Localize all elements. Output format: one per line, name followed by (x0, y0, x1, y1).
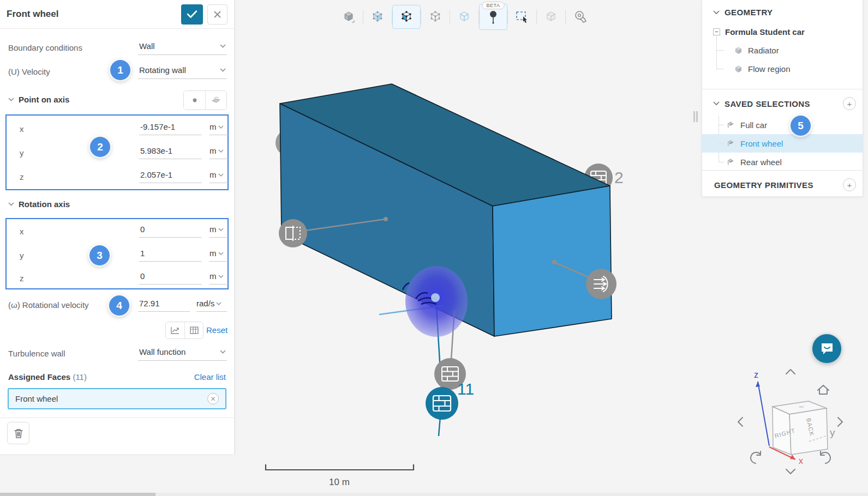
vertex-select-button[interactable] (450, 5, 478, 29)
rotaxis-x-unit[interactable]: m (209, 225, 228, 238)
cube-icon (734, 46, 743, 55)
faces-icon (726, 139, 735, 148)
edge-select-icon (428, 10, 442, 24)
probe-pin-icon (487, 10, 499, 24)
trash-icon (14, 428, 23, 438)
close-button[interactable] (207, 4, 228, 25)
rotaxis-z-unit[interactable]: m (209, 271, 228, 285)
solid-view-button[interactable] (334, 5, 363, 29)
rotaxis-y-input[interactable]: 1 (139, 249, 202, 262)
point-z-unit[interactable]: m (209, 170, 228, 183)
nav-right-chevron[interactable] (838, 418, 842, 426)
boundary-conditions-select[interactable]: Wall (138, 41, 227, 55)
point-y-unit[interactable]: m (209, 146, 228, 159)
probe-point-button[interactable]: BETA (479, 4, 507, 30)
rotaxis-z-input[interactable]: 0 (139, 271, 202, 285)
geometry-header[interactable]: GEOMETRY (702, 0, 863, 22)
marquee-select-icon (515, 10, 529, 24)
add-saved-selection-button[interactable]: + (843, 97, 856, 110)
box-select-button[interactable] (508, 5, 536, 29)
mesh-clip-button[interactable] (537, 5, 565, 29)
beta-badge: BETA (482, 2, 505, 9)
saved-selection-full-car[interactable]: Full car (702, 116, 863, 134)
rotaxis-x-input[interactable]: 0 (139, 225, 202, 238)
horizontal-scrollbar[interactable] (0, 493, 868, 496)
tape-measure-icon (572, 10, 588, 23)
add-geometry-primitive-button[interactable]: + (843, 178, 856, 191)
tree-node-radiator[interactable]: Radiator (702, 41, 863, 59)
check-icon (187, 10, 197, 18)
collapse-minus-icon[interactable]: − (713, 28, 720, 35)
tree-node-flow-region[interactable]: Flow region (702, 59, 863, 78)
rotation-axis-header[interactable]: Rotation axis (8, 199, 70, 209)
scene-tree-panel: GEOMETRY − Formula Student car Radiator … (702, 0, 863, 197)
volume-select-icon (370, 10, 385, 24)
saved-selection-front-wheel[interactable]: Front wheel (702, 134, 863, 153)
chevron-down-icon (218, 149, 224, 153)
rotaxis-y-unit[interactable]: m (209, 249, 228, 262)
nav-down-chevron[interactable] (786, 469, 795, 474)
z-axis-label: z (754, 370, 758, 379)
nav-rotate-ccw[interactable] (751, 451, 761, 463)
remove-chip-button[interactable]: ✕ (207, 393, 219, 404)
point-x-input[interactable]: -9.157e-1 (139, 122, 202, 135)
velocity-select[interactable]: Rotating wall (138, 65, 227, 79)
support-chat-button[interactable] (812, 334, 841, 363)
reset-link[interactable]: Reset (206, 325, 228, 335)
point-on-axis-header[interactable]: Point on axis (8, 95, 69, 104)
measure-button[interactable] (566, 5, 594, 29)
pick-from-viewer-button[interactable] (205, 91, 226, 110)
assigned-face-chip[interactable]: Front wheel ✕ (8, 388, 226, 409)
saved-selections-header[interactable]: SAVED SELECTIONS + (702, 89, 863, 116)
point-y-input[interactable]: 5.983e-1 (139, 146, 202, 159)
rotation-axis-group: x 0 m y 1 m z 0 m (5, 218, 229, 289)
table-input-button[interactable] (184, 322, 203, 338)
face-pick-icon (211, 96, 221, 104)
geometry-primitives-section: GEOMETRY PRIMITIVES + (702, 171, 863, 197)
confirm-button[interactable] (181, 4, 203, 25)
panel-title: Front wheel (7, 9, 181, 20)
chart-input-button[interactable] (166, 322, 184, 338)
rotational-velocity-input[interactable]: 72.91 (138, 299, 190, 312)
annotation-badge-5: 5 (791, 116, 811, 136)
chart-icon (171, 326, 179, 334)
faces-icon (726, 120, 735, 129)
boundary-conditions-label: Boundary conditions (8, 43, 82, 52)
nav-home-icon[interactable] (818, 385, 829, 394)
collapse-chevron-icon (713, 101, 720, 106)
panel-footer-divider (0, 418, 234, 418)
nav-up-chevron[interactable] (786, 370, 795, 374)
annotation-badge-3: 3 (89, 245, 110, 265)
chevron-down-icon (218, 275, 224, 278)
edge-select-button[interactable] (421, 5, 450, 29)
chevron-down-icon (218, 252, 224, 255)
point-mode-button[interactable] (184, 91, 205, 110)
wall-marker-selected[interactable] (426, 387, 458, 420)
nav-cube[interactable] (773, 401, 828, 455)
nav-left-chevron[interactable] (738, 418, 743, 426)
tree-node-formula-student-car[interactable]: − Formula Student car (702, 22, 863, 41)
turbulence-wall-select[interactable]: Wall function (138, 347, 227, 361)
point-x-unit[interactable]: m (209, 122, 228, 135)
point-z-input[interactable]: 2.057e-1 (139, 170, 202, 183)
chevron-down-icon (220, 44, 226, 48)
rotational-velocity-unit[interactable]: rad/s (196, 299, 227, 312)
chevron-down-icon (220, 350, 226, 354)
nav-rotate-cw[interactable] (821, 451, 830, 463)
saved-selections-section: SAVED SELECTIONS + Full car Front wheel … (702, 89, 863, 170)
chevron-down-icon (216, 302, 222, 305)
volume-select-button[interactable] (363, 5, 392, 29)
collapse-chevron-icon (8, 202, 14, 206)
table-icon (190, 326, 199, 334)
panel-drag-handle[interactable] (693, 111, 698, 122)
face-select-button[interactable] (392, 5, 421, 29)
clear-list-link[interactable]: Clear list (194, 372, 226, 382)
geometry-primitives-header[interactable]: GEOMETRY PRIMITIVES + (702, 171, 863, 197)
chevron-down-icon (218, 173, 224, 177)
turbulence-wall-label: Turbulence wall (8, 349, 65, 358)
scale-label: 10 m (329, 477, 350, 487)
delete-button[interactable] (7, 422, 29, 444)
saved-selection-rear-wheel[interactable]: Rear wheel (702, 153, 863, 171)
scrollbar-thumb[interactable] (0, 493, 155, 496)
axis-label: x (20, 227, 24, 236)
